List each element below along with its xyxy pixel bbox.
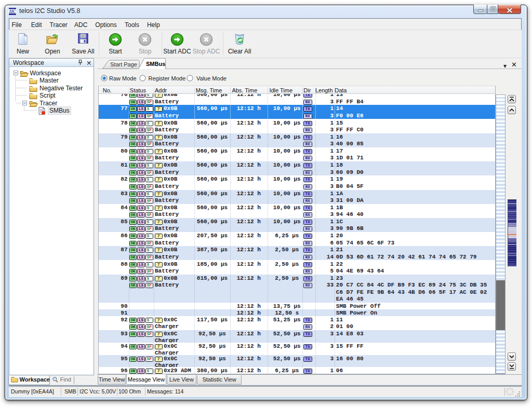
svg-text:IIC: IIC [9, 9, 16, 14]
